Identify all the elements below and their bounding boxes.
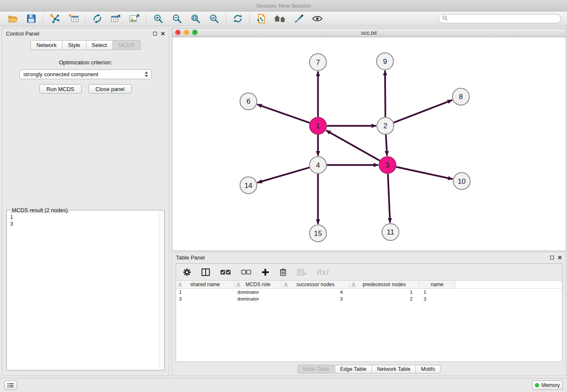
tab-select[interactable]: Select [86,40,113,50]
graph-edge-2-9[interactable] [385,71,385,117]
column-type-icon [351,282,356,288]
search-input[interactable] [450,16,557,22]
export-network-icon[interactable] [89,13,105,25]
first-neighbors-icon[interactable] [272,13,288,25]
close-window-icon[interactable]: × [175,30,181,35]
float-panel-icon[interactable] [153,32,157,36]
graph-node-15[interactable]: 15 [310,225,327,242]
tab-network[interactable]: Network [30,40,63,50]
show-hide-eye-icon[interactable] [309,13,325,25]
cell-mcds-role[interactable]: dominator [234,296,282,301]
zoom-in-icon[interactable] [150,13,166,25]
graph-edge-4-14[interactable] [257,168,309,183]
graph-node-4[interactable]: 4 [310,157,327,174]
tab-node-table[interactable]: Node Table [297,365,335,373]
import-network-icon[interactable] [47,13,63,25]
cell-predecessor-nodes[interactable]: 2 [350,296,419,301]
svg-text:8: 8 [459,93,462,101]
column-header-name[interactable]: name [419,281,455,288]
svg-text:3: 3 [385,161,389,169]
network-window-titlebar: × − + scc.txt [172,28,566,37]
show-columns-icon[interactable] [201,268,210,276]
graph-node-6[interactable]: 6 [240,93,257,110]
window-controls: × − + [175,30,198,35]
tab-network-table[interactable]: Network Table [372,365,416,373]
table-header-row: shared name MCDS role successor nodes pr… [176,281,562,289]
export-image-icon[interactable] [126,13,143,25]
column-header-mcds-role[interactable]: MCDS role [234,281,282,288]
graph-edge-2-8[interactable] [394,100,452,122]
cell-mcds-role[interactable]: dominator [234,290,282,295]
toolbar-separator [146,14,146,24]
dropdown-stepper-icon [143,72,151,77]
control-panel-header: Control Panel × [2,28,169,39]
graph-edge-3-10[interactable] [396,167,452,179]
svg-text:1: 1 [316,122,320,130]
header-filler [455,281,562,288]
zoom-fit-icon[interactable] [187,13,204,25]
column-header-shared-name[interactable]: shared name [176,281,234,288]
close-table-panel-icon[interactable]: × [558,254,562,261]
graph-edge-1-6[interactable] [257,105,310,123]
cell-name[interactable]: 3 [419,296,455,301]
column-header-successor-nodes[interactable]: successor nodes [282,281,350,288]
graph-edge-2-3[interactable] [386,135,387,156]
select-all-columns-icon[interactable] [220,269,231,275]
cell-shared-name[interactable]: 1 [176,290,234,295]
search-box[interactable] [438,14,561,23]
graph-node-1[interactable]: 1 [310,117,327,134]
import-table-icon[interactable] [65,13,82,25]
table-row[interactable]: 1 dominator 4 1 1 [176,289,562,295]
tab-motifs[interactable]: Motifs [416,365,440,373]
minimize-window-icon[interactable]: − [184,30,189,35]
zoom-selected-icon[interactable] [206,13,222,25]
export-table-icon[interactable] [107,13,124,25]
table-panel: Table Panel × [172,252,566,376]
graph-node-10[interactable]: 10 [453,173,470,190]
close-panel-icon[interactable]: × [161,30,165,37]
save-session-icon[interactable] [23,13,39,25]
table-row[interactable]: 3 dominator 3 2 3 [176,295,562,302]
graph-node-14[interactable]: 14 [240,177,257,194]
optimization-criterion-dropdown[interactable]: strongly connected component [19,69,151,79]
network-view-window: × − + scc.txt 1234678910111415 [172,28,566,251]
close-panel-button[interactable]: Close panel [88,84,132,94]
cell-successor-nodes[interactable]: 4 [282,290,350,295]
memory-button[interactable]: Memory [532,381,563,390]
tab-style[interactable]: Style [63,40,86,50]
deselect-all-columns-icon[interactable] [241,270,251,275]
delete-column-icon[interactable] [279,268,287,276]
tab-edge-table[interactable]: Edge Table [335,365,372,373]
network-canvas[interactable]: 1234678910111415 [172,37,566,251]
dropdown-selected-value: strongly connected component [20,71,143,77]
float-table-panel-icon[interactable] [550,256,554,259]
column-header-predecessor-nodes[interactable]: predecessor nodes [350,281,419,288]
add-column-icon[interactable] [261,268,269,276]
graph-node-8[interactable]: 8 [452,88,469,105]
graph-node-2[interactable]: 2 [377,117,394,134]
table-settings-gear-icon[interactable] [183,268,191,276]
task-history-button[interactable] [4,381,17,390]
control-panel-title: Control Panel [6,30,39,37]
cell-predecessor-nodes[interactable]: 1 [350,290,419,295]
tab-mcds[interactable]: MCDS [113,40,140,50]
open-session-icon[interactable] [4,13,21,25]
graph-edge-3-1[interactable] [326,130,380,161]
cell-name[interactable]: 1 [419,290,455,295]
cell-successor-nodes[interactable]: 3 [282,296,350,301]
apply-style-icon[interactable] [290,13,307,25]
graph-node-7[interactable]: 7 [310,54,327,71]
column-type-icon [284,282,288,288]
result-scrollbar[interactable] [159,211,164,370]
clone-network-icon[interactable] [253,13,270,25]
graph-node-11[interactable]: 11 [382,224,399,240]
cell-shared-name[interactable]: 3 [176,296,234,301]
graph-edge-3-11[interactable] [388,174,390,223]
graph-node-3[interactable]: 3 [379,157,396,174]
graph-node-9[interactable]: 9 [377,53,394,70]
run-mcds-button[interactable]: Run MCDS [39,84,82,94]
zoom-out-icon[interactable] [168,13,185,25]
network-graph[interactable]: 1234678910111415 [172,37,566,251]
zoom-window-icon[interactable]: + [192,30,198,35]
refresh-icon[interactable] [229,13,246,25]
